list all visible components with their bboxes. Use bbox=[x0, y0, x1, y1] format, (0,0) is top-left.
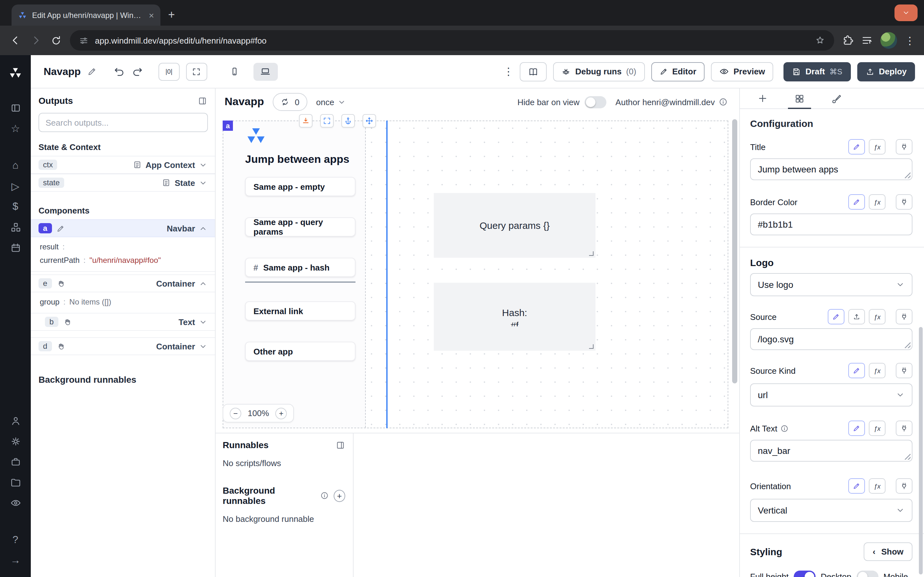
ctx-row[interactable]: ctx App Context bbox=[31, 156, 215, 174]
folders-icon[interactable] bbox=[0, 472, 31, 492]
schedule-dropdown[interactable]: once bbox=[316, 97, 346, 107]
component-settings-tab[interactable] bbox=[791, 89, 808, 108]
component-row-text-b[interactable]: b Text bbox=[31, 313, 215, 331]
user-icon[interactable] bbox=[0, 410, 31, 431]
app-canvas[interactable]: a Jump between apps bbox=[216, 115, 739, 433]
source-kind-select[interactable]: url bbox=[750, 384, 913, 406]
undo-icon[interactable] bbox=[113, 66, 125, 77]
connect-plug-button[interactable] bbox=[896, 363, 913, 378]
chevron-down-icon[interactable] bbox=[199, 161, 207, 169]
favorites-star-icon[interactable]: ☆ bbox=[0, 118, 31, 139]
selected-component-tag[interactable]: a bbox=[223, 121, 233, 131]
fx-eval-button[interactable]: ƒx bbox=[869, 309, 885, 324]
fx-eval-button[interactable]: ƒx bbox=[869, 421, 885, 436]
full-height-toggle[interactable] bbox=[794, 571, 816, 577]
source-input[interactable]: /logo.svg bbox=[750, 328, 913, 350]
info-icon[interactable] bbox=[780, 424, 789, 432]
page-scrollbar[interactable] bbox=[919, 327, 923, 574]
layout-columns-button[interactable]: |0| bbox=[158, 63, 180, 81]
component-row-container-d[interactable]: d Container bbox=[31, 337, 215, 355]
tab-close-icon[interactable]: × bbox=[149, 11, 154, 19]
connect-plug-button[interactable] bbox=[896, 309, 913, 324]
rename-pencil-icon[interactable] bbox=[87, 67, 97, 76]
fx-eval-button[interactable]: ƒx bbox=[869, 194, 885, 210]
move-button[interactable] bbox=[363, 114, 376, 127]
draft-button[interactable]: Draft ⌘S bbox=[784, 62, 851, 81]
nav-link-same-app-empty[interactable]: Same app - empty bbox=[245, 177, 355, 196]
show-styling-button[interactable]: ‹ Show bbox=[864, 542, 913, 561]
border-color-input[interactable]: #b1b1b1 bbox=[750, 213, 913, 235]
settings-gear-icon[interactable] bbox=[0, 431, 31, 451]
info-icon[interactable] bbox=[320, 491, 329, 500]
extensions-icon[interactable] bbox=[842, 35, 853, 46]
add-background-runnable-button[interactable]: + bbox=[334, 490, 345, 502]
refresh-control[interactable]: 0 bbox=[273, 93, 307, 111]
column-drag-guide[interactable] bbox=[386, 121, 388, 428]
panel-icon[interactable] bbox=[336, 440, 345, 450]
connect-plug-button[interactable] bbox=[896, 421, 913, 436]
hash-component[interactable]: Hash: #f bbox=[434, 283, 596, 351]
forward-icon[interactable] bbox=[29, 34, 42, 47]
nav-link-hash[interactable]: #Same app - hash bbox=[245, 258, 355, 277]
bookmark-star-icon[interactable] bbox=[815, 35, 825, 45]
orientation-select[interactable]: Vertical bbox=[750, 499, 913, 522]
connect-plug-button[interactable] bbox=[896, 139, 913, 155]
edit-static-button[interactable] bbox=[848, 478, 865, 494]
redo-icon[interactable] bbox=[132, 66, 143, 77]
chevron-down-icon[interactable] bbox=[199, 318, 207, 326]
canvas-grid-area[interactable]: a Jump between apps bbox=[223, 121, 728, 428]
query-params-component[interactable]: Query params {} bbox=[434, 193, 596, 258]
browser-tab[interactable]: Edit App u/henri/navapp | Windmill × bbox=[11, 5, 160, 26]
hide-bar-toggle[interactable] bbox=[585, 96, 606, 108]
desktop-view-button[interactable] bbox=[254, 63, 278, 81]
title-input[interactable]: Jump between apps bbox=[750, 158, 913, 180]
fx-eval-button[interactable]: ƒx bbox=[869, 139, 885, 155]
fullscreen-button[interactable] bbox=[186, 63, 207, 81]
edit-static-button[interactable] bbox=[828, 309, 845, 324]
panels-icon[interactable] bbox=[0, 97, 31, 118]
zoom-out-button[interactable]: − bbox=[230, 408, 241, 419]
edit-static-button[interactable] bbox=[848, 421, 865, 436]
upload-button[interactable] bbox=[848, 309, 865, 324]
insert-component-tab[interactable] bbox=[754, 89, 771, 108]
workers-icon[interactable] bbox=[0, 451, 31, 472]
resources-icon[interactable] bbox=[0, 217, 31, 237]
schedules-icon[interactable] bbox=[0, 237, 31, 258]
header-menu-icon[interactable]: ⋮ bbox=[503, 65, 514, 77]
mobile-toggle[interactable] bbox=[856, 571, 878, 577]
deploy-button[interactable]: Deploy bbox=[857, 62, 915, 81]
connect-plug-button[interactable] bbox=[896, 194, 913, 210]
chevron-up-icon[interactable] bbox=[199, 279, 207, 287]
media-controls-icon[interactable] bbox=[861, 35, 873, 46]
connect-plug-button[interactable] bbox=[896, 478, 913, 494]
chevron-up-icon[interactable] bbox=[199, 224, 207, 232]
info-icon[interactable] bbox=[719, 97, 728, 106]
chevron-down-icon[interactable] bbox=[199, 342, 207, 350]
expand-rail-icon[interactable]: → bbox=[0, 550, 31, 571]
collapse-panel-icon[interactable] bbox=[198, 96, 207, 105]
variables-icon[interactable]: $ bbox=[0, 196, 31, 217]
recording-indicator[interactable] bbox=[895, 5, 918, 21]
editor-mode-button[interactable]: Editor bbox=[651, 62, 704, 81]
resize-grip-icon[interactable] bbox=[905, 172, 911, 178]
browser-menu-icon[interactable]: ⋮ bbox=[905, 34, 915, 47]
anchor-button[interactable] bbox=[341, 114, 355, 127]
expand-component-button[interactable] bbox=[320, 114, 334, 127]
navbar-component[interactable]: Jump between apps Same app - empty Same … bbox=[223, 121, 366, 428]
styling-brush-tab[interactable] bbox=[829, 89, 845, 108]
edit-pencil-icon[interactable] bbox=[56, 224, 65, 232]
component-row-navbar[interactable]: a Navbar bbox=[31, 219, 215, 237]
url-bar[interactable]: app.windmill.dev/apps/edit/u/henri/navap… bbox=[70, 30, 834, 51]
zoom-in-button[interactable]: + bbox=[276, 408, 287, 419]
resize-handle[interactable] bbox=[589, 344, 594, 349]
edit-static-button[interactable] bbox=[848, 194, 865, 210]
reload-icon[interactable] bbox=[50, 34, 62, 47]
search-outputs-input[interactable] bbox=[39, 113, 208, 132]
pointer-hand-icon[interactable] bbox=[56, 279, 65, 287]
new-tab-button[interactable]: + bbox=[168, 9, 175, 21]
alt-text-input[interactable]: nav_bar bbox=[750, 440, 913, 462]
state-row[interactable]: state State bbox=[31, 174, 215, 192]
fx-eval-button[interactable]: ƒx bbox=[869, 478, 885, 494]
profile-avatar[interactable] bbox=[880, 32, 897, 49]
audit-eye-icon[interactable] bbox=[0, 492, 31, 513]
